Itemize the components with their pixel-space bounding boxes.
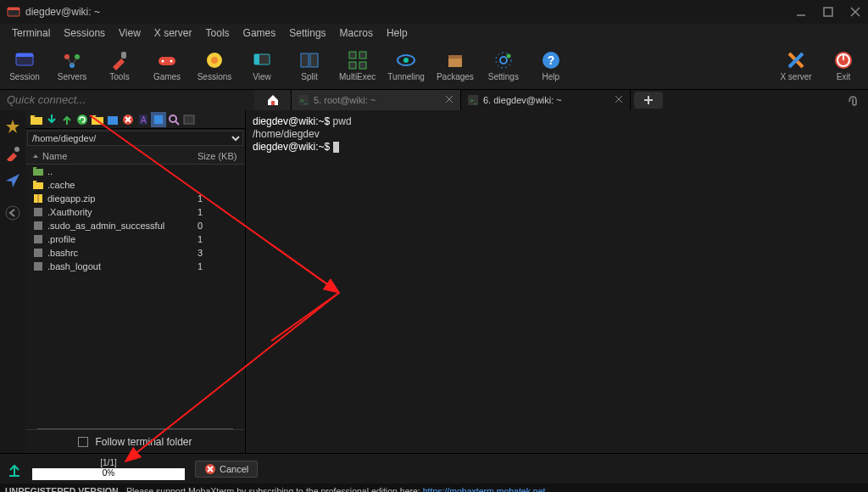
search-icon[interactable] (166, 112, 181, 127)
sessions-button[interactable]: Sessions (197, 50, 232, 81)
file-size: 1 (198, 207, 245, 217)
settings-button[interactable]: Settings (486, 50, 521, 81)
multiexec-button[interactable]: MultiExec (339, 50, 376, 81)
home-tab[interactable] (254, 90, 292, 110)
file-name: .bashrc (47, 248, 198, 258)
svg-point-54 (77, 115, 87, 125)
servers-button[interactable]: Servers (54, 50, 90, 81)
newfolder-icon[interactable] (90, 112, 105, 127)
properties-icon[interactable] (151, 112, 166, 127)
follow-row: Follow terminal folder (25, 429, 245, 453)
file-name: .Xauthority (47, 207, 198, 217)
svg-rect-70 (34, 208, 42, 216)
status-prefix: UNREGISTERED VERSION (5, 486, 119, 492)
file-row[interactable]: .bashrc3 (25, 246, 245, 260)
svg-text:?: ? (548, 53, 555, 67)
xserver-button[interactable]: X server (778, 50, 814, 81)
follow-label: Follow terminal folder (95, 436, 192, 448)
svg-rect-39 (271, 101, 275, 105)
file-name: .. (47, 166, 198, 176)
folder-up-icon[interactable] (29, 112, 44, 127)
send-icon[interactable] (5, 173, 20, 188)
svg-rect-72 (34, 235, 42, 243)
tab-close-icon[interactable] (445, 95, 453, 105)
svg-point-51 (14, 147, 19, 152)
menu-terminal[interactable]: Terminal (5, 25, 57, 41)
attach-button[interactable] (837, 90, 868, 110)
svg-rect-23 (349, 52, 356, 59)
tab-label: 6. diegdev@wiki: ~ (483, 95, 562, 105)
refresh-icon[interactable] (75, 112, 90, 127)
file-size: 3 (198, 248, 245, 258)
maximize-button[interactable] (822, 6, 834, 18)
file-row[interactable]: .bash_logout1 (25, 260, 245, 273)
menu-sessions[interactable]: Sessions (57, 25, 112, 41)
menu-help[interactable]: Help (380, 25, 415, 41)
svg-rect-1 (8, 8, 19, 10)
tunneling-button[interactable]: Tunneling (387, 50, 425, 81)
minimize-button[interactable] (795, 6, 807, 18)
status-bar: UNREGISTERED VERSION - Please support Mo… (0, 484, 868, 492)
close-button[interactable] (849, 6, 861, 18)
tab-close-icon[interactable] (615, 95, 623, 105)
quick-connect[interactable] (0, 90, 254, 110)
session-button[interactable]: Session (7, 50, 42, 81)
svg-rect-71 (34, 221, 42, 230)
path-select[interactable]: /home/diegdev/ (27, 131, 243, 146)
status-link[interactable]: https://mobaxterm.mobatek.net (423, 486, 546, 492)
svg-line-12 (72, 57, 77, 65)
collapse-icon[interactable] (5, 205, 20, 221)
terminal-icon[interactable] (181, 112, 197, 127)
menu-macros[interactable]: Macros (333, 25, 380, 41)
delete-icon[interactable] (120, 112, 136, 127)
svg-point-18 (211, 57, 218, 64)
file-row[interactable]: .cache (25, 178, 245, 192)
file-row[interactable]: .. (25, 165, 245, 178)
tab-root[interactable]: >_ 5. root@wiki: ~ (292, 90, 461, 110)
terminal-icon: >_ (468, 95, 478, 105)
follow-checkbox[interactable] (78, 437, 88, 447)
edit-icon[interactable]: A (136, 112, 151, 127)
help-button[interactable]: ?Help (533, 50, 569, 81)
view-button[interactable]: View (244, 50, 280, 81)
split-button[interactable]: Split (292, 50, 327, 81)
tab-diegdev[interactable]: >_ 6. diegdev@wiki: ~ (461, 90, 631, 110)
svg-rect-26 (359, 62, 366, 69)
svg-line-11 (67, 57, 72, 65)
sort-icon[interactable] (32, 153, 39, 159)
svg-line-64 (175, 121, 179, 125)
plus-icon (643, 94, 654, 106)
file-row[interactable]: .profile1 (25, 232, 245, 246)
tab-add-button[interactable] (634, 92, 663, 109)
file-row[interactable]: .Xauthority1 (25, 205, 245, 219)
file-name: .profile (47, 234, 198, 244)
file-icon (32, 234, 44, 244)
tools-button[interactable]: Tools (102, 50, 137, 81)
file-row[interactable]: diegapp.zip1 (25, 192, 245, 205)
menu-games[interactable]: Games (236, 25, 283, 41)
upload-icon[interactable] (59, 112, 75, 127)
tab-label: 5. root@wiki: ~ (314, 95, 376, 105)
tools-icon[interactable] (5, 146, 20, 161)
home-icon[interactable] (105, 112, 120, 127)
menu-tools[interactable]: Tools (199, 25, 236, 41)
terminal[interactable]: diegdev@wiki:~$ pwd/home/diegdevdiegdev@… (246, 110, 868, 453)
sftp-panel: A /home/diegdev/ Name Size (KB) ...cache… (25, 110, 246, 453)
file-row[interactable]: .sudo_as_admin_successful0 (25, 219, 245, 232)
menubar: Terminal Sessions View X server Tools Ga… (0, 24, 868, 42)
svg-rect-66 (33, 169, 43, 176)
menu-view[interactable]: View (112, 25, 147, 41)
file-size: 1 (198, 261, 245, 271)
star-icon[interactable] (5, 119, 20, 134)
exit-button[interactable]: Exit (826, 50, 861, 81)
games-button[interactable]: Games (149, 50, 185, 81)
download-icon[interactable] (44, 112, 59, 127)
svg-point-52 (6, 206, 19, 220)
packages-button[interactable]: Packages (437, 50, 474, 81)
svg-point-63 (170, 115, 176, 122)
menu-settings[interactable]: Settings (282, 25, 332, 41)
menu-xserver[interactable]: X server (147, 25, 199, 41)
cancel-button[interactable]: Cancel (195, 461, 258, 478)
quick-connect-input[interactable] (7, 93, 248, 106)
file-icon (32, 193, 44, 204)
